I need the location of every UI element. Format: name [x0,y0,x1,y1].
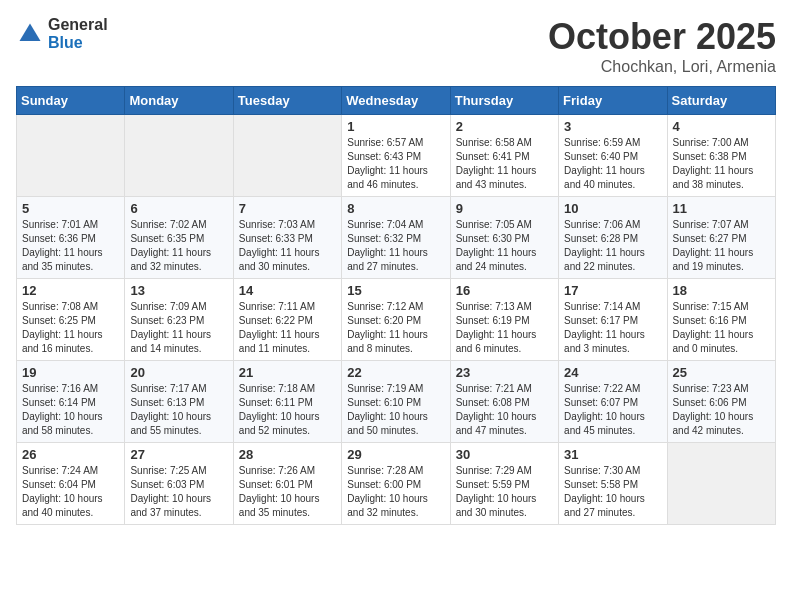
day-info: Sunrise: 7:30 AMSunset: 5:58 PMDaylight:… [564,464,661,520]
day-number: 6 [130,201,227,216]
day-info: Sunrise: 6:59 AMSunset: 6:40 PMDaylight:… [564,136,661,192]
day-info: Sunrise: 7:17 AMSunset: 6:13 PMDaylight:… [130,382,227,438]
day-info: Sunrise: 7:23 AMSunset: 6:06 PMDaylight:… [673,382,770,438]
day-number: 27 [130,447,227,462]
calendar-cell: 3 Sunrise: 6:59 AMSunset: 6:40 PMDayligh… [559,115,667,197]
day-info: Sunrise: 7:16 AMSunset: 6:14 PMDaylight:… [22,382,119,438]
calendar-cell: 8 Sunrise: 7:04 AMSunset: 6:32 PMDayligh… [342,197,450,279]
weekday-header-row: SundayMondayTuesdayWednesdayThursdayFrid… [17,87,776,115]
day-info: Sunrise: 7:13 AMSunset: 6:19 PMDaylight:… [456,300,553,356]
calendar-location: Chochkan, Lori, Armenia [548,58,776,76]
day-info: Sunrise: 7:01 AMSunset: 6:36 PMDaylight:… [22,218,119,274]
day-info: Sunrise: 7:07 AMSunset: 6:27 PMDaylight:… [673,218,770,274]
calendar-cell: 1 Sunrise: 6:57 AMSunset: 6:43 PMDayligh… [342,115,450,197]
day-number: 15 [347,283,444,298]
day-info: Sunrise: 6:57 AMSunset: 6:43 PMDaylight:… [347,136,444,192]
logo-icon [16,20,44,48]
day-info: Sunrise: 7:22 AMSunset: 6:07 PMDaylight:… [564,382,661,438]
day-number: 21 [239,365,336,380]
calendar-week-row: 12 Sunrise: 7:08 AMSunset: 6:25 PMDaylig… [17,279,776,361]
calendar-week-row: 26 Sunrise: 7:24 AMSunset: 6:04 PMDaylig… [17,443,776,525]
calendar-cell: 6 Sunrise: 7:02 AMSunset: 6:35 PMDayligh… [125,197,233,279]
calendar-week-row: 5 Sunrise: 7:01 AMSunset: 6:36 PMDayligh… [17,197,776,279]
day-number: 30 [456,447,553,462]
day-number: 17 [564,283,661,298]
day-number: 1 [347,119,444,134]
day-number: 7 [239,201,336,216]
calendar-cell: 11 Sunrise: 7:07 AMSunset: 6:27 PMDaylig… [667,197,775,279]
calendar-cell [125,115,233,197]
calendar-cell: 15 Sunrise: 7:12 AMSunset: 6:20 PMDaylig… [342,279,450,361]
calendar-cell: 7 Sunrise: 7:03 AMSunset: 6:33 PMDayligh… [233,197,341,279]
day-info: Sunrise: 7:28 AMSunset: 6:00 PMDaylight:… [347,464,444,520]
calendar-cell: 2 Sunrise: 6:58 AMSunset: 6:41 PMDayligh… [450,115,558,197]
weekday-header: Friday [559,87,667,115]
calendar-cell: 13 Sunrise: 7:09 AMSunset: 6:23 PMDaylig… [125,279,233,361]
day-info: Sunrise: 7:05 AMSunset: 6:30 PMDaylight:… [456,218,553,274]
svg-marker-0 [20,23,41,41]
day-number: 2 [456,119,553,134]
day-info: Sunrise: 7:29 AMSunset: 5:59 PMDaylight:… [456,464,553,520]
day-number: 19 [22,365,119,380]
calendar-cell: 18 Sunrise: 7:15 AMSunset: 6:16 PMDaylig… [667,279,775,361]
day-info: Sunrise: 7:02 AMSunset: 6:35 PMDaylight:… [130,218,227,274]
calendar-cell [667,443,775,525]
weekday-header: Saturday [667,87,775,115]
calendar-cell: 24 Sunrise: 7:22 AMSunset: 6:07 PMDaylig… [559,361,667,443]
calendar-cell [233,115,341,197]
day-number: 14 [239,283,336,298]
day-number: 13 [130,283,227,298]
day-info: Sunrise: 7:24 AMSunset: 6:04 PMDaylight:… [22,464,119,520]
day-number: 22 [347,365,444,380]
day-number: 25 [673,365,770,380]
day-number: 4 [673,119,770,134]
calendar-cell: 21 Sunrise: 7:18 AMSunset: 6:11 PMDaylig… [233,361,341,443]
page-header: General Blue October 2025 Chochkan, Lori… [16,16,776,76]
logo-general: General [48,16,108,34]
day-info: Sunrise: 7:09 AMSunset: 6:23 PMDaylight:… [130,300,227,356]
calendar-table: SundayMondayTuesdayWednesdayThursdayFrid… [16,86,776,525]
logo-blue: Blue [48,34,108,52]
day-number: 24 [564,365,661,380]
calendar-cell: 26 Sunrise: 7:24 AMSunset: 6:04 PMDaylig… [17,443,125,525]
day-info: Sunrise: 7:21 AMSunset: 6:08 PMDaylight:… [456,382,553,438]
day-info: Sunrise: 7:19 AMSunset: 6:10 PMDaylight:… [347,382,444,438]
day-number: 12 [22,283,119,298]
weekday-header: Monday [125,87,233,115]
calendar-cell: 29 Sunrise: 7:28 AMSunset: 6:00 PMDaylig… [342,443,450,525]
day-number: 9 [456,201,553,216]
calendar-cell: 4 Sunrise: 7:00 AMSunset: 6:38 PMDayligh… [667,115,775,197]
day-info: Sunrise: 7:15 AMSunset: 6:16 PMDaylight:… [673,300,770,356]
calendar-cell: 9 Sunrise: 7:05 AMSunset: 6:30 PMDayligh… [450,197,558,279]
logo: General Blue [16,16,108,51]
weekday-header: Sunday [17,87,125,115]
calendar-cell: 25 Sunrise: 7:23 AMSunset: 6:06 PMDaylig… [667,361,775,443]
day-info: Sunrise: 7:18 AMSunset: 6:11 PMDaylight:… [239,382,336,438]
day-info: Sunrise: 7:25 AMSunset: 6:03 PMDaylight:… [130,464,227,520]
calendar-cell: 28 Sunrise: 7:26 AMSunset: 6:01 PMDaylig… [233,443,341,525]
day-number: 10 [564,201,661,216]
calendar-cell: 22 Sunrise: 7:19 AMSunset: 6:10 PMDaylig… [342,361,450,443]
calendar-cell [17,115,125,197]
calendar-cell: 27 Sunrise: 7:25 AMSunset: 6:03 PMDaylig… [125,443,233,525]
day-info: Sunrise: 7:06 AMSunset: 6:28 PMDaylight:… [564,218,661,274]
weekday-header: Tuesday [233,87,341,115]
weekday-header: Wednesday [342,87,450,115]
calendar-cell: 5 Sunrise: 7:01 AMSunset: 6:36 PMDayligh… [17,197,125,279]
day-info: Sunrise: 7:11 AMSunset: 6:22 PMDaylight:… [239,300,336,356]
day-info: Sunrise: 7:08 AMSunset: 6:25 PMDaylight:… [22,300,119,356]
calendar-cell: 17 Sunrise: 7:14 AMSunset: 6:17 PMDaylig… [559,279,667,361]
calendar-cell: 12 Sunrise: 7:08 AMSunset: 6:25 PMDaylig… [17,279,125,361]
calendar-cell: 14 Sunrise: 7:11 AMSunset: 6:22 PMDaylig… [233,279,341,361]
calendar-week-row: 1 Sunrise: 6:57 AMSunset: 6:43 PMDayligh… [17,115,776,197]
day-number: 8 [347,201,444,216]
day-number: 16 [456,283,553,298]
calendar-cell: 19 Sunrise: 7:16 AMSunset: 6:14 PMDaylig… [17,361,125,443]
calendar-cell: 10 Sunrise: 7:06 AMSunset: 6:28 PMDaylig… [559,197,667,279]
day-number: 29 [347,447,444,462]
day-number: 5 [22,201,119,216]
calendar-title: October 2025 [548,16,776,58]
calendar-cell: 20 Sunrise: 7:17 AMSunset: 6:13 PMDaylig… [125,361,233,443]
title-block: October 2025 Chochkan, Lori, Armenia [548,16,776,76]
day-number: 26 [22,447,119,462]
